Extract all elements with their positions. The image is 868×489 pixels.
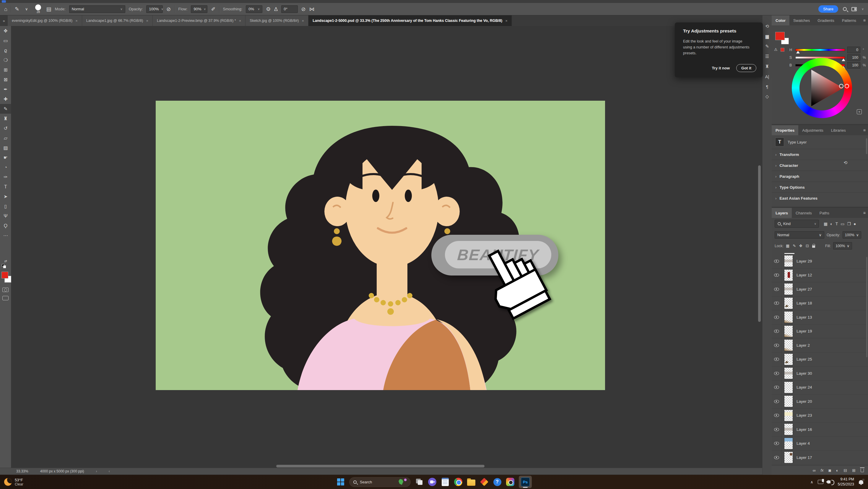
hand-tool[interactable]: Ψ bbox=[0, 211, 11, 221]
layer-thumbnail[interactable] bbox=[784, 325, 793, 337]
ring-selector[interactable] bbox=[845, 84, 849, 88]
panel-tab[interactable]: Patterns bbox=[838, 15, 860, 25]
clipchamp-icon[interactable] bbox=[428, 478, 437, 486]
start-icon[interactable] bbox=[336, 478, 345, 486]
document-tab[interactable]: Sketch.jpg @ 100% (RGB/8#) × bbox=[246, 15, 308, 26]
chevron-down-icon[interactable]: ∨ bbox=[23, 5, 30, 13]
path-select-tool[interactable]: ➤ bbox=[0, 192, 11, 201]
layer-thumbnail[interactable] bbox=[784, 297, 793, 309]
type-tool[interactable]: T bbox=[0, 182, 11, 192]
property-section[interactable]: › East Asian Features bbox=[772, 193, 868, 203]
gradient-tool[interactable]: ▨ bbox=[0, 143, 11, 153]
layer-thumbnail[interactable] bbox=[784, 437, 793, 450]
flow-dropdown[interactable]: 90% ∨ bbox=[191, 5, 208, 13]
foreground-color-swatch[interactable] bbox=[1, 272, 8, 279]
pressure-size-icon[interactable]: ⊘ bbox=[301, 6, 306, 12]
layer-row[interactable]: Layer 27 bbox=[772, 282, 868, 296]
layer-row[interactable]: Layer 17 bbox=[772, 451, 868, 465]
share-button[interactable]: Share bbox=[818, 5, 838, 13]
edit-toolbar[interactable]: ⋯ bbox=[0, 231, 11, 240]
color-wheel[interactable] bbox=[792, 58, 852, 118]
tab-overflow-icon[interactable]: » bbox=[0, 15, 8, 26]
reset-transform-icon[interactable]: ⟲ bbox=[843, 160, 847, 165]
layer-row[interactable]: Layer 19 bbox=[772, 325, 868, 339]
weather-widget[interactable]: 53°F Clear bbox=[4, 478, 23, 486]
libraries-panel-icon[interactable]: ▆ bbox=[763, 31, 772, 41]
layer-thumbnail[interactable] bbox=[784, 255, 793, 267]
airbrush-icon[interactable]: ✐ bbox=[211, 6, 215, 12]
layer-row[interactable]: Layer 12 bbox=[772, 268, 868, 283]
layer-thumbnail[interactable] bbox=[784, 283, 793, 295]
eraser-tool[interactable]: ▱ bbox=[0, 133, 11, 143]
gamut-warning-icon[interactable]: ⚠ bbox=[774, 47, 778, 52]
visibility-toggle[interactable] bbox=[772, 254, 782, 268]
network-icon[interactable] bbox=[818, 480, 824, 484]
clone-stamp-tool[interactable]: ♜ bbox=[0, 114, 11, 124]
diamond-app-icon[interactable] bbox=[480, 478, 489, 486]
panel-menu-icon[interactable]: ≡ bbox=[863, 125, 868, 135]
panel-tab[interactable]: Libraries bbox=[827, 125, 850, 135]
filter-smart-object-icon[interactable]: ❐ bbox=[847, 222, 851, 226]
visibility-toggle[interactable] bbox=[772, 409, 782, 423]
help-icon[interactable]: ? bbox=[493, 478, 502, 486]
filter-color-icon[interactable]: ● bbox=[854, 222, 856, 226]
wheel-selector[interactable] bbox=[839, 84, 843, 88]
clone-source-panel-icon[interactable]: ♜ bbox=[763, 61, 772, 71]
paragraph-panel-icon[interactable]: ¶ bbox=[763, 82, 772, 92]
layer-row[interactable]: Layer 13 bbox=[772, 311, 868, 325]
file-explorer-icon[interactable] bbox=[467, 478, 476, 486]
workspace-switcher-icon[interactable] bbox=[851, 7, 857, 11]
layer-row[interactable]: Layer 23 bbox=[772, 409, 868, 423]
home-icon[interactable]: ⌂ bbox=[4, 6, 7, 12]
close-icon[interactable]: × bbox=[302, 19, 304, 23]
document-tab[interactable]: Landscape1.jpg @ 66.7% (RGB/8) × bbox=[82, 15, 153, 26]
visibility-toggle[interactable] bbox=[772, 437, 782, 451]
panel-tab[interactable]: Swatches bbox=[789, 15, 814, 25]
foreground-color-swatch[interactable] bbox=[775, 32, 785, 40]
photoshop-icon[interactable]: Ps bbox=[519, 476, 532, 488]
history-brush-tool[interactable]: ↺ bbox=[0, 124, 11, 133]
panel-tab[interactable]: Paths bbox=[816, 208, 833, 218]
color-triangle[interactable] bbox=[792, 58, 852, 118]
document-tab[interactable]: Landscape1-2-Preview.bmp @ 37.9% (RGB/8)… bbox=[153, 15, 246, 26]
healing-brush-tool[interactable]: ✚ bbox=[0, 94, 11, 104]
filter-adjustment-icon[interactable]: ◐ bbox=[830, 222, 833, 226]
task-view-icon[interactable] bbox=[415, 478, 424, 486]
layer-thumbnail[interactable] bbox=[784, 354, 793, 365]
lock-pixels-icon[interactable]: ✎ bbox=[793, 243, 796, 248]
tool-presets-panel-icon[interactable]: ☰ bbox=[763, 52, 772, 61]
move-tool[interactable]: ✥ bbox=[0, 26, 11, 36]
screen-mode-icon[interactable] bbox=[2, 296, 8, 300]
gamut-color-chip[interactable] bbox=[780, 48, 784, 52]
close-icon[interactable]: × bbox=[505, 19, 507, 23]
notepad-icon[interactable] bbox=[441, 478, 450, 486]
add-mask-icon[interactable]: ◙ bbox=[829, 468, 831, 473]
adjustment-layer-icon[interactable]: ◐ bbox=[836, 468, 838, 473]
new-layer-icon[interactable]: ⊞ bbox=[852, 468, 856, 473]
visibility-toggle[interactable] bbox=[772, 394, 782, 409]
status-arrows-icon[interactable]: › ‹ bbox=[96, 469, 115, 474]
zoom-tool[interactable]: Ϙ bbox=[0, 221, 11, 231]
pressure-opacity-icon[interactable]: ⊘ bbox=[166, 6, 171, 12]
layer-row[interactable]: Layer 16 bbox=[772, 423, 868, 437]
layer-thumbnail[interactable] bbox=[784, 423, 793, 435]
expand-icon[interactable]: + bbox=[857, 109, 862, 114]
visibility-toggle[interactable] bbox=[772, 268, 782, 282]
opacity-dropdown[interactable]: 100% ∨ bbox=[146, 5, 163, 13]
panel-tab[interactable]: Gradients bbox=[814, 15, 838, 25]
property-section[interactable]: › Character bbox=[772, 160, 868, 171]
lock-artboard-icon[interactable]: ⊡ bbox=[806, 243, 809, 248]
panel-tab[interactable]: Color bbox=[772, 15, 789, 25]
layer-row[interactable]: Layer 25 bbox=[772, 353, 868, 367]
property-section[interactable]: › Type Options bbox=[772, 182, 868, 193]
lock-all-icon[interactable] bbox=[812, 246, 815, 248]
visibility-toggle[interactable] bbox=[772, 296, 782, 311]
visibility-toggle[interactable] bbox=[772, 325, 782, 338]
kind-filter-dropdown[interactable]: Kind ∨ bbox=[775, 220, 819, 228]
panel-resize-handle[interactable] bbox=[784, 253, 795, 254]
panel-tab[interactable]: Channels bbox=[792, 208, 816, 218]
layer-row[interactable]: Layer 4 bbox=[772, 437, 868, 451]
brush-settings-panel-icon[interactable]: ✎ bbox=[763, 41, 772, 52]
layer-row[interactable]: Layer 30 bbox=[772, 366, 868, 381]
panel-menu-icon[interactable]: ≡ bbox=[863, 15, 868, 25]
